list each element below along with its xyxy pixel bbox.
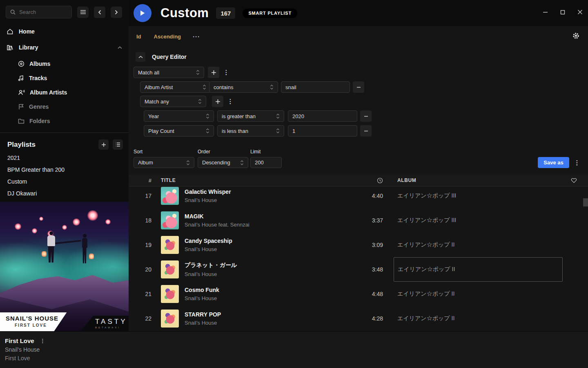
track-duration: 3:09 xyxy=(352,242,384,248)
menu-button[interactable] xyxy=(77,7,89,18)
sidebar-item-home[interactable]: Home xyxy=(0,26,129,37)
nav-back-button[interactable] xyxy=(94,7,105,18)
root-match-select[interactable]: Match all xyxy=(134,67,204,78)
sidebar-item-albums[interactable]: Albums xyxy=(0,58,129,69)
save-as-button[interactable]: Save as xyxy=(538,157,569,168)
track-title[interactable]: STARRY POP xyxy=(185,311,221,318)
rule1-value-input[interactable]: snail xyxy=(281,81,350,93)
rule1-remove-button[interactable] xyxy=(353,81,364,93)
group-add-rule-button[interactable] xyxy=(212,96,223,107)
track-album[interactable]: エイリアン☆ポップ II xyxy=(394,233,563,257)
track-row[interactable]: 19 Candy Spaceship Snail’s House 3:09 エイ… xyxy=(129,233,588,257)
track-row[interactable]: 20 プラネット・ガール Snail’s House 3:48 エイリアン☆ポッ… xyxy=(129,257,588,282)
track-album[interactable]: エイリアン☆ポップ II xyxy=(394,306,563,331)
track-title[interactable]: プラネット・ガール xyxy=(185,262,237,269)
track-title[interactable]: Candy Spaceship xyxy=(185,238,232,244)
gear-icon[interactable] xyxy=(572,32,579,39)
save-menu-button[interactable]: ⋮ xyxy=(574,157,580,168)
rule2-operator-select[interactable]: is greater than xyxy=(217,110,284,122)
rule3-value-input[interactable]: 1 xyxy=(288,125,357,137)
sort-field-button[interactable]: Id xyxy=(136,34,141,40)
sidebar-item-album-artists[interactable]: Album Artists xyxy=(0,87,129,97)
add-rule-button[interactable] xyxy=(208,67,219,78)
column-header-number[interactable]: # xyxy=(129,177,151,184)
track-artist[interactable]: Snail’s House xyxy=(185,246,232,252)
hand-lantern-glow xyxy=(42,251,47,257)
now-playing-track[interactable]: First Love xyxy=(5,337,34,344)
app-window: Home Library Albums Tracks xyxy=(0,0,588,368)
sidebar-item-label: Albums xyxy=(29,61,50,67)
track-album[interactable]: エイリアン☆ポップ II xyxy=(394,282,563,306)
track-title[interactable]: Galactic Whisper xyxy=(185,188,231,195)
limit-label: Limit xyxy=(250,149,261,155)
sidebar-item-genres[interactable]: Genres xyxy=(0,101,129,112)
more-options-button[interactable]: ··· xyxy=(193,33,200,40)
column-header-duration[interactable] xyxy=(352,177,384,184)
window-maximize-button[interactable] xyxy=(560,9,566,15)
track-album[interactable]: エイリアン☆ポップ III xyxy=(394,186,563,208)
window-minimize-button[interactable] xyxy=(542,9,548,15)
main-panel: Custom 167 SMART PLAYLIST Id Ascending ·… xyxy=(129,0,588,331)
search-box[interactable] xyxy=(6,6,72,18)
nav-forward-button[interactable] xyxy=(111,7,122,18)
smart-playlist-badge: SMART PLAYLIST xyxy=(243,9,297,18)
track-artist[interactable]: Snail’s House xyxy=(185,271,237,277)
query-editor-collapse-button[interactable] xyxy=(136,52,145,62)
playlist-item[interactable]: BPM Greater than 200 xyxy=(0,166,129,173)
sidebar-item-tracks[interactable]: Tracks xyxy=(0,73,129,83)
order-select[interactable]: Descending xyxy=(198,157,248,168)
playlist-item[interactable]: DJ Okawari xyxy=(0,190,129,197)
track-row[interactable]: 17 Galactic Whisper Snail’s House 4:40 エ… xyxy=(129,186,588,208)
rule2-remove-button[interactable] xyxy=(360,110,372,122)
rule1-field-select[interactable]: Album Artist xyxy=(140,81,211,93)
limit-input[interactable]: 200 xyxy=(250,157,282,168)
sort-select[interactable]: Album xyxy=(134,157,194,168)
label-name: TASTY xyxy=(95,318,129,326)
collapse-chevron-icon[interactable] xyxy=(118,46,122,49)
track-artist[interactable]: Snail’s House feat. Sennzai xyxy=(185,222,249,228)
rule3-operator-select[interactable]: is less than xyxy=(217,125,284,137)
sort-value: Album xyxy=(138,159,186,166)
rule2-value-input[interactable]: 2020 xyxy=(288,110,357,122)
now-playing-menu-button[interactable]: ⋮ xyxy=(40,338,45,344)
sidebar-item-folders[interactable]: Folders xyxy=(0,116,129,126)
cover-figure-woman xyxy=(80,234,89,263)
rule3-remove-button[interactable] xyxy=(360,125,372,137)
cover-figures-arms xyxy=(54,240,81,245)
now-playing-cover-art[interactable]: TASTY BETAMAXI SNAIL'S HOUSE FIRST LOVE xyxy=(0,202,129,331)
track-artist[interactable]: Snail’s House xyxy=(185,197,231,203)
track-artist[interactable]: Snail’s House xyxy=(185,320,221,326)
track-row[interactable]: 18 MAGIK Snail’s House feat. Sennzai 3:3… xyxy=(129,208,588,233)
track-artist[interactable]: Snail’s House xyxy=(185,295,219,301)
group-match-select[interactable]: Match any xyxy=(140,96,206,107)
track-title[interactable]: Cosmo Funk xyxy=(185,287,219,293)
playlist-list-button[interactable] xyxy=(113,139,123,150)
track-row[interactable]: 21 Cosmo Funk Snail’s House 4:48 エイリアン☆ポ… xyxy=(129,282,588,306)
group-menu-button[interactable]: ⋮ xyxy=(227,96,234,107)
play-playlist-button[interactable] xyxy=(134,4,151,22)
track-row[interactable]: 22 STARRY POP Snail’s House 4:28 エイリアン☆ポ… xyxy=(129,306,588,331)
now-playing-artist[interactable]: Snail’s House xyxy=(5,346,45,353)
track-title[interactable]: MAGIK xyxy=(185,213,249,220)
search-input[interactable] xyxy=(19,9,64,15)
sidebar-item-library[interactable]: Library xyxy=(0,42,129,53)
sidebar-item-label: Genres xyxy=(29,103,49,110)
group-match-value: Match any xyxy=(145,99,198,105)
add-playlist-button[interactable] xyxy=(98,139,109,150)
rule3-field-select[interactable]: Play Count xyxy=(144,125,214,137)
rule1-operator-select[interactable]: contains xyxy=(209,81,278,93)
scrollbar-thumb[interactable] xyxy=(583,198,588,206)
window-close-button[interactable] xyxy=(577,9,583,15)
rule-group-menu-button[interactable]: ⋮ xyxy=(223,67,229,78)
cover-artist: SNAIL'S HOUSE xyxy=(6,315,70,322)
column-header-title[interactable]: TITLE xyxy=(151,177,352,183)
sort-order-button[interactable]: Ascending xyxy=(154,34,181,40)
track-album-focused-cell[interactable]: エイリアン☆ポップ II xyxy=(394,257,563,282)
playlist-item[interactable]: 2021 xyxy=(0,155,129,162)
column-header-favorite[interactable] xyxy=(563,177,588,183)
now-playing-album[interactable]: First Love xyxy=(5,355,45,361)
track-album[interactable]: エイリアン☆ポップ III xyxy=(394,208,563,233)
column-header-album[interactable]: ALBUM xyxy=(394,177,563,183)
playlist-item[interactable]: Custom xyxy=(0,178,129,185)
rule2-field-select[interactable]: Year xyxy=(144,110,214,122)
